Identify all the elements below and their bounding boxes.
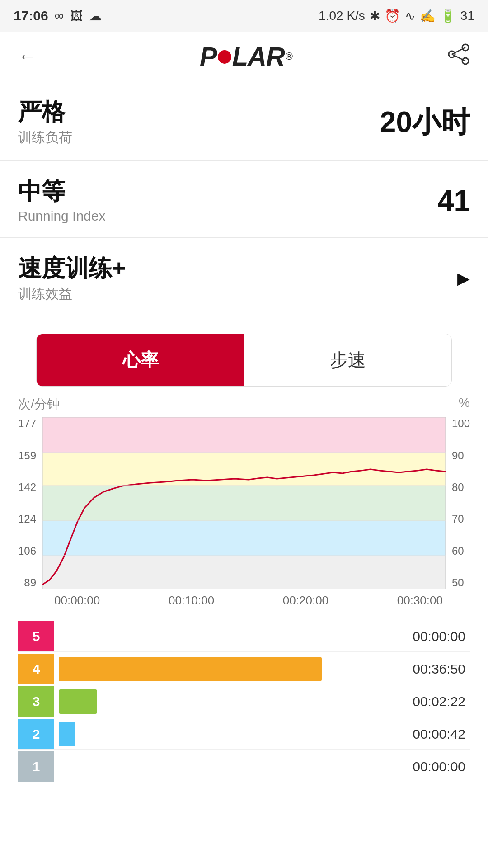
zone-2-label: 2 [18,719,54,749]
chart-container: 177 159 142 124 106 89 [18,417,470,589]
zone-section: 5 00:00:00 4 00:36:50 3 00:02:22 2 00:00… [0,621,488,782]
zone-row-5: 5 00:00:00 [18,621,470,652]
alarm-icon: ⏰ [385,9,400,24]
svg-rect-7 [42,486,446,521]
zone-5-label: 5 [18,621,54,651]
training-benefit-section[interactable]: 速度训练+ 训练效益 ▶ [0,238,488,317]
zone-row-1: 1 00:00:00 [18,751,470,782]
zone-row-2: 2 00:00:42 [18,719,470,750]
logo-text: PLAR [200,41,285,71]
x-label-2: 00:20:00 [283,594,328,608]
y-left-label: 次/分钟 [18,396,60,413]
zone-5-bar-wrap [54,621,380,651]
x-label-0: 00:00:00 [54,594,100,608]
running-index-title: 中等 [18,177,105,205]
status-left: 17:06 ∞ 🖼 ☁ [14,8,102,24]
zone-4-bar-wrap [54,654,380,684]
zone-1-bar-wrap [54,751,380,782]
training-load-section: 严格 训练负荷 20小时 [0,81,488,161]
chart-axis-labels: 次/分钟 % [18,396,470,413]
zone-3-bar [59,689,97,714]
zone-4-label: 4 [18,654,54,684]
zone-3-time: 00:02:22 [380,694,470,709]
back-button[interactable]: ← [18,46,45,66]
wifi-icon: ∿ [405,9,415,24]
zone-3-label: 3 [18,686,54,717]
header: ← PLAR ® [0,32,488,81]
status-right: 1.02 K/s ✱ ⏰ ∿ ✍ 🔋 31 [319,9,474,24]
svg-rect-5 [42,556,446,589]
svg-rect-9 [42,417,446,453]
battery-icon: 🔋 [440,9,456,24]
running-index-subtitle: Running Index [18,208,105,224]
training-load-title: 严格 [18,98,72,126]
training-load-value: 20小时 [380,103,470,142]
svg-line-4 [452,54,465,61]
running-index-left: 中等 Running Index [18,177,105,223]
zone-3-bar-wrap [54,686,380,717]
chevron-right-icon: ▶ [457,269,470,288]
heart-rate-chart [42,417,446,589]
zone-row-3: 3 00:02:22 [18,686,470,717]
zone-row-4: 4 00:36:50 [18,654,470,684]
svg-rect-6 [42,521,446,556]
chart-section: 次/分钟 % 177 159 142 124 106 89 [0,396,488,608]
zone-4-time: 00:36:50 [380,661,470,677]
tab-heart-rate[interactable]: 心率 [37,334,244,386]
tab-bar: 心率 步速 [36,334,452,387]
chart-x-labels: 00:00:00 00:10:00 00:20:00 00:30:00 [18,594,470,608]
zone-1-time: 00:00:00 [380,759,470,774]
x-label-1: 00:10:00 [169,594,214,608]
chart-y-axis-left: 177 159 142 124 106 89 [18,417,42,589]
infinity-icon: ∞ [55,9,64,23]
signal-icon: ✍ [420,9,436,24]
chart-y-axis-right: 100 90 80 70 60 50 [446,417,470,589]
status-time: 17:06 [14,8,48,24]
x-label-3: 00:30:00 [397,594,443,608]
training-benefit-title: 速度训练+ [18,254,126,282]
training-benefit-left: 速度训练+ 训练效益 [18,254,126,303]
status-bar: 17:06 ∞ 🖼 ☁ 1.02 K/s ✱ ⏰ ∿ ✍ 🔋 31 [0,0,488,32]
running-index-value: 41 [438,184,470,217]
running-index-section: 中等 Running Index 41 [0,161,488,237]
battery-level: 31 [460,9,474,23]
image-icon: 🖼 [70,9,83,24]
svg-rect-8 [42,453,446,486]
tab-pace[interactable]: 步速 [244,334,451,386]
zone-2-time: 00:00:42 [380,726,470,742]
zone-1-label: 1 [18,751,54,782]
logo-registered: ® [286,51,293,62]
polar-logo: PLAR ® [200,41,293,71]
share-button[interactable] [447,43,470,70]
training-load-subtitle: 训练负荷 [18,128,72,147]
zone-2-bar-wrap [54,719,380,749]
svg-line-3 [452,47,465,54]
zone-5-time: 00:00:00 [380,629,470,644]
y-right-label: % [459,396,470,413]
training-benefit-subtitle: 训练效益 [18,285,126,303]
cloud-icon: ☁ [89,9,102,24]
training-load-left: 严格 训练负荷 [18,98,72,147]
bluetooth-icon: ✱ [370,9,380,24]
zone-2-bar [59,722,75,746]
zone-4-bar [59,657,322,681]
speed-indicator: 1.02 K/s [319,9,365,23]
